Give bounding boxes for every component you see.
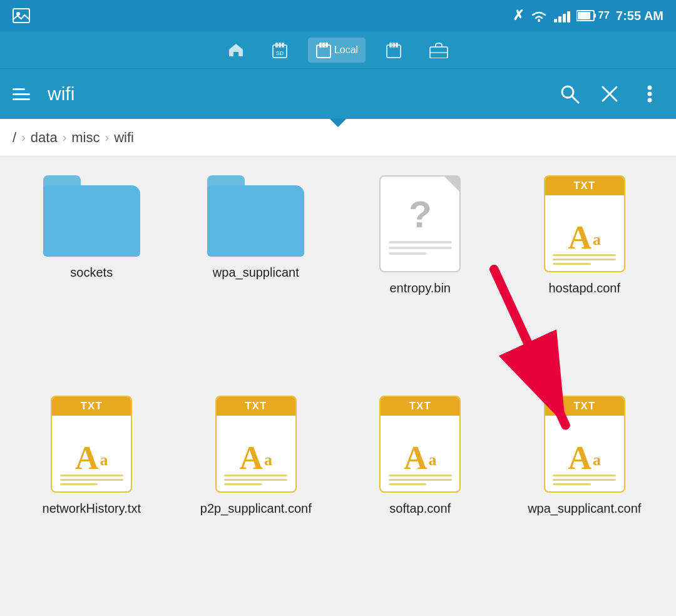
folder-icon-wpa [207,175,304,257]
folder-icon-sockets [43,175,140,257]
svg-line-22 [572,96,578,103]
svg-rect-8 [279,43,281,48]
search-icon [560,84,580,104]
breadcrumb-sep-2: › [63,130,67,145]
file-label-entropy: entropy.bin [390,280,451,296]
sd-card-icon-2 [386,41,402,59]
status-bar-right: ✗ 77 [513,8,663,24]
image-icon [13,8,30,23]
battery-icon: 77 [576,9,610,22]
file-item-p2p[interactable]: TXT Aa p2p_supplicant.conf [177,396,335,597]
svg-point-1 [16,12,20,16]
file-item-sockets[interactable]: sockets [13,175,171,377]
svg-point-25 [648,86,652,90]
battery-percent: 77 [598,9,610,22]
tab-home[interactable] [220,38,252,62]
file-label-wpa-conf: wpa_supplicant.conf [528,500,641,516]
time-display: 7:55 AM [616,9,663,23]
txt-icon-p2p: TXT Aa [215,396,297,493]
tab-sd2[interactable] [378,38,409,63]
tab-local[interactable]: Local [308,38,366,63]
file-item-softap[interactable]: TXT Aa softap.conf [341,396,499,597]
svg-rect-13 [322,43,325,48]
file-label-hostapd: hostapd.conf [548,280,620,296]
svg-point-2 [538,19,540,22]
svg-rect-18 [396,43,398,48]
svg-point-27 [648,98,652,103]
more-options-button[interactable] [636,80,663,108]
svg-text:SD: SD [276,50,284,56]
close-button[interactable] [596,80,623,108]
tab-local-label: Local [334,44,358,56]
file-item-entropy[interactable]: ? entropy.bin [341,175,499,377]
wifi-icon [530,9,548,23]
svg-rect-12 [319,43,322,48]
sd-card-active-icon [315,41,332,59]
toolbar-title: wifi [48,83,543,105]
status-bar-left [13,8,30,23]
file-label-p2p: p2p_supplicant.conf [200,500,312,516]
svg-point-26 [648,92,652,96]
breadcrumb-sep-1: › [21,130,26,145]
menu-button[interactable] [13,88,35,100]
toolbar: wifi [0,69,676,119]
txt-icon-network-history: TXT Aa [51,396,132,493]
breadcrumb-wifi[interactable]: wifi [114,130,134,146]
search-button[interactable] [556,80,583,108]
svg-rect-17 [392,43,395,48]
breadcrumb-data[interactable]: data [31,130,58,146]
file-label-network-history: networkHistory.txt [43,500,141,516]
file-item-network-history[interactable]: TXT Aa networkHistory.txt [13,396,171,597]
close-icon [600,85,619,103]
status-bar: ✗ 77 [0,0,676,31]
tab-sd1[interactable]: SD [264,38,295,63]
app-root: ✗ 77 [0,0,676,616]
file-label-sockets: sockets [70,264,113,280]
nav-tab-bar: SD Local [0,31,676,69]
file-item-hostapd[interactable]: TXT Aa hostapd.conf [506,175,664,377]
svg-rect-9 [282,43,284,48]
svg-rect-16 [389,43,392,48]
file-label-softap: softap.conf [389,500,451,516]
file-label-wpa-supplicant: wpa_supplicant [213,264,299,280]
svg-rect-4 [578,12,590,19]
svg-rect-0 [13,9,29,23]
txt-icon-softap: TXT Aa [379,396,461,493]
tab-briefcase[interactable] [422,38,456,62]
txt-icon-hostapd: TXT Aa [544,175,625,272]
breadcrumb-sep-3: › [105,130,110,145]
more-icon [647,85,653,103]
signal-icon [554,9,570,23]
svg-rect-14 [325,43,328,48]
breadcrumb-root[interactable]: / [13,130,16,146]
file-grid: sockets wpa_supplicant ? entropy.bin [0,157,676,616]
svg-rect-7 [275,43,278,48]
bluetooth-icon: ✗ [513,8,524,24]
briefcase-icon [429,42,448,58]
file-item-wpa-conf[interactable]: TXT Aa wpa_supplicant.conf [506,396,664,597]
home-icon [228,42,244,58]
sd-card-icon-1: SD [272,41,288,59]
svg-rect-5 [594,14,596,18]
unknown-icon-entropy: ? [379,175,461,272]
breadcrumb-misc[interactable]: misc [71,130,100,146]
file-item-wpa-supplicant[interactable]: wpa_supplicant [177,175,335,377]
txt-icon-wpa-conf: TXT Aa [544,396,625,493]
